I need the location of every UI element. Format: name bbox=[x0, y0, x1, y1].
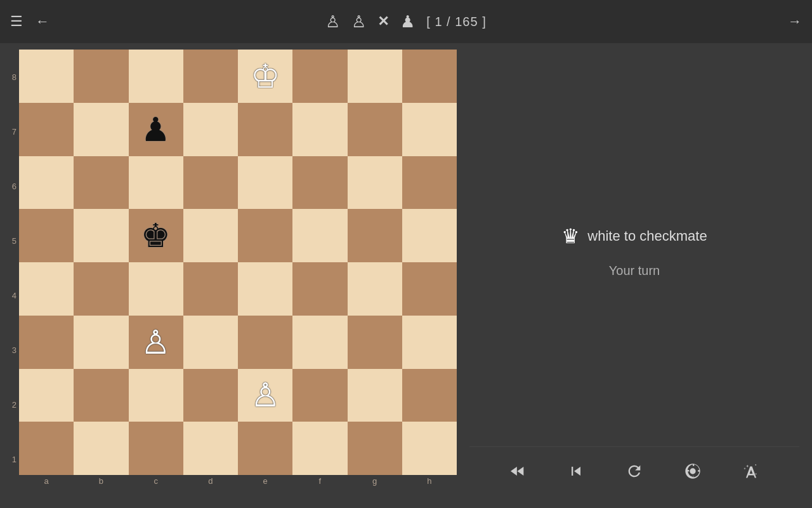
cell-g7[interactable] bbox=[348, 103, 402, 156]
file-b: b bbox=[74, 476, 128, 489]
piece-c3: ♙ bbox=[141, 326, 171, 359]
cell-c5[interactable]: ♚ bbox=[129, 209, 183, 262]
cell-b2[interactable] bbox=[74, 369, 128, 422]
black-piece-icon: ♟ bbox=[400, 12, 415, 32]
cell-g5[interactable] bbox=[348, 209, 402, 262]
menu-icon[interactable]: ☰ bbox=[10, 13, 23, 30]
cell-f1[interactable] bbox=[292, 422, 347, 475]
cell-b7[interactable] bbox=[74, 103, 128, 156]
cell-h2[interactable] bbox=[402, 369, 457, 422]
cell-d5[interactable] bbox=[183, 209, 238, 262]
cell-d7[interactable] bbox=[183, 103, 238, 156]
cell-b3[interactable] bbox=[74, 316, 128, 369]
cell-f4[interactable] bbox=[292, 262, 347, 316]
cell-c6[interactable] bbox=[129, 156, 183, 210]
your-turn-text: Your turn bbox=[609, 264, 660, 278]
cell-a3[interactable] bbox=[19, 316, 74, 369]
cell-h4[interactable] bbox=[402, 262, 457, 316]
rank-8: 8 bbox=[6, 73, 19, 81]
cell-b4[interactable] bbox=[74, 262, 128, 316]
cell-a2[interactable] bbox=[19, 369, 74, 422]
cell-b1[interactable] bbox=[74, 422, 128, 475]
cell-h5[interactable] bbox=[402, 209, 457, 262]
cell-f5[interactable] bbox=[292, 209, 347, 262]
puzzle-hint: ♛ white to checkmate bbox=[561, 224, 707, 248]
rewind-button[interactable] bbox=[504, 457, 532, 485]
cell-c3[interactable]: ♙ bbox=[129, 316, 183, 369]
cell-h6[interactable] bbox=[402, 156, 457, 210]
cell-h8[interactable] bbox=[402, 50, 457, 103]
group-icon: ♙ bbox=[351, 12, 366, 32]
cell-g1[interactable] bbox=[348, 422, 402, 475]
header-left: ☰ ← bbox=[10, 13, 49, 30]
header: ☰ ← ♙ ♙ ✕ ♟ [ 1 / 165 ] → bbox=[0, 0, 812, 43]
cell-b6[interactable] bbox=[74, 156, 128, 210]
cell-d3[interactable] bbox=[183, 316, 238, 369]
cell-g6[interactable] bbox=[348, 156, 402, 210]
cell-g4[interactable] bbox=[348, 262, 402, 316]
main-content: 8 7 6 5 4 3 2 1 ♔♟♚♙♙ a b c d e f g h bbox=[0, 43, 812, 508]
file-c: c bbox=[129, 476, 183, 489]
hint-text: white to checkmate bbox=[587, 228, 707, 244]
puzzle-info: ♛ white to checkmate Your turn bbox=[561, 56, 707, 446]
target-button[interactable] bbox=[679, 457, 707, 485]
bottom-toolbar bbox=[469, 446, 799, 495]
cell-c1[interactable] bbox=[129, 422, 183, 475]
cell-e5[interactable] bbox=[238, 209, 292, 262]
cell-b5[interactable] bbox=[74, 209, 128, 262]
cell-f7[interactable] bbox=[292, 103, 347, 156]
back-icon[interactable]: ← bbox=[36, 13, 49, 30]
board-area: 8 7 6 5 4 3 2 1 ♔♟♚♙♙ a b c d e f g h bbox=[0, 43, 457, 508]
cell-f2[interactable] bbox=[292, 369, 347, 422]
cell-e8[interactable]: ♔ bbox=[238, 50, 292, 103]
right-panel: ♛ white to checkmate Your turn bbox=[457, 43, 812, 508]
cell-g2[interactable] bbox=[348, 369, 402, 422]
rank-7: 7 bbox=[6, 128, 19, 136]
cell-a8[interactable] bbox=[19, 50, 74, 103]
cell-d2[interactable] bbox=[183, 369, 238, 422]
cell-e4[interactable] bbox=[238, 262, 292, 316]
cell-a1[interactable] bbox=[19, 422, 74, 475]
cell-c8[interactable] bbox=[129, 50, 183, 103]
skip-back-button[interactable] bbox=[562, 457, 590, 485]
cell-d6[interactable] bbox=[183, 156, 238, 210]
close-icon[interactable]: ✕ bbox=[377, 13, 389, 30]
cell-d8[interactable] bbox=[183, 50, 238, 103]
file-h: h bbox=[402, 476, 457, 489]
cell-a4[interactable] bbox=[19, 262, 74, 316]
cell-c7[interactable]: ♟ bbox=[129, 103, 183, 156]
cell-d4[interactable] bbox=[183, 262, 238, 316]
cell-f6[interactable] bbox=[292, 156, 347, 210]
cell-g3[interactable] bbox=[348, 316, 402, 369]
header-right: → bbox=[788, 13, 802, 30]
cell-g8[interactable] bbox=[348, 50, 402, 103]
rewind-icon bbox=[509, 462, 527, 480]
rank-6: 6 bbox=[6, 182, 19, 190]
next-icon[interactable]: → bbox=[788, 13, 802, 30]
cell-a5[interactable] bbox=[19, 209, 74, 262]
cell-c4[interactable] bbox=[129, 262, 183, 316]
cell-e3[interactable] bbox=[238, 316, 292, 369]
piece-e2: ♙ bbox=[251, 378, 280, 411]
rank-4: 4 bbox=[6, 291, 19, 300]
cell-e1[interactable] bbox=[238, 422, 292, 475]
cell-a6[interactable] bbox=[19, 156, 74, 210]
refresh-icon bbox=[625, 462, 643, 480]
cell-b8[interactable] bbox=[74, 50, 128, 103]
cell-e2[interactable]: ♙ bbox=[238, 369, 292, 422]
cell-e6[interactable] bbox=[238, 156, 292, 210]
cell-f3[interactable] bbox=[292, 316, 347, 369]
refresh-button[interactable] bbox=[620, 457, 648, 485]
cell-e7[interactable] bbox=[238, 103, 292, 156]
cell-h1[interactable] bbox=[402, 422, 457, 475]
magic-button[interactable] bbox=[737, 457, 765, 485]
cell-f8[interactable] bbox=[292, 50, 347, 103]
cell-a7[interactable] bbox=[19, 103, 74, 156]
cell-h7[interactable] bbox=[402, 103, 457, 156]
cell-c2[interactable] bbox=[129, 369, 183, 422]
cell-h3[interactable] bbox=[402, 316, 457, 369]
file-e: e bbox=[238, 476, 292, 489]
cell-d1[interactable] bbox=[183, 422, 238, 475]
chess-board[interactable]: ♔♟♚♙♙ bbox=[19, 50, 457, 475]
file-d: d bbox=[183, 476, 238, 489]
